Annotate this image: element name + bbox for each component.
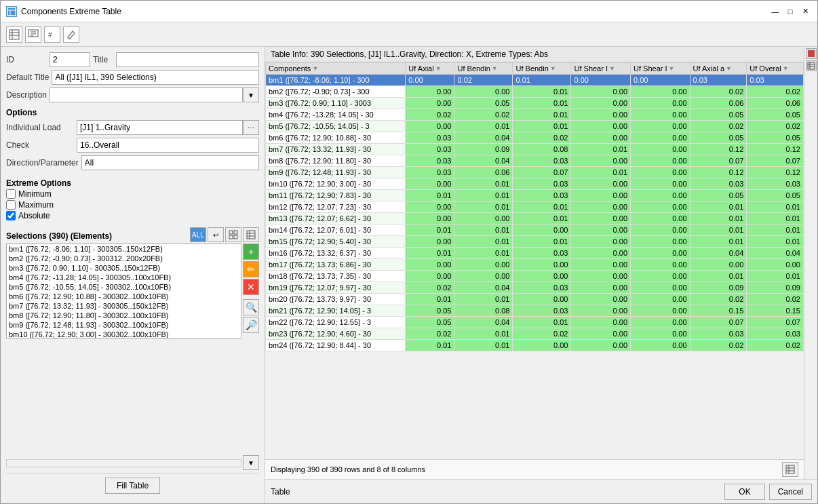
list-item[interactable]: bm2 ([76.72; -0.90; 0.73] - 300312..200x… [7, 254, 241, 263]
table-export-btn[interactable] [782, 462, 798, 477]
sel-search-btn[interactable]: 🔍 [243, 299, 259, 315]
close-button[interactable]: ✕ [798, 6, 812, 17]
filter-uf-overal-icon[interactable]: ▼ [783, 65, 789, 72]
check-input[interactable] [77, 138, 259, 153]
cell-value: 0.00 [406, 259, 454, 271]
list-item[interactable]: bm5 ([76.72; -10.55; 14.05] - 300302..10… [7, 282, 241, 292]
ok-button[interactable]: OK [724, 484, 764, 500]
extreme-options-label: Extreme Options [6, 178, 259, 188]
cancel-button[interactable]: Cancel [769, 484, 812, 500]
individual-load-input[interactable] [77, 120, 243, 135]
absolute-checkbox[interactable] [6, 211, 16, 220]
rsb-btn-2[interactable] [806, 60, 817, 71]
table-row[interactable]: bm18 ([76.72; 13.73; 7.35] - 300.000.000… [266, 271, 804, 282]
cell-value: 0.00 [631, 282, 690, 294]
sel-remove-btn[interactable]: ✕ [243, 279, 259, 295]
table-row[interactable]: bm9 ([76.72; 12.48; 11.93] - 300.030.060… [266, 167, 804, 178]
list-item[interactable]: bm6 ([76.72; 12.90; 10.88] - 300302..100… [7, 292, 241, 301]
cell-value: 0.00 [406, 86, 454, 98]
sel-scroll-down-btn[interactable]: ▼ [243, 455, 259, 470]
toolbar-btn-1[interactable] [6, 26, 22, 43]
table-row[interactable]: bm22 ([76.72; 12.90; 12.55] - 30.050.040… [266, 317, 804, 328]
table-row[interactable]: bm10 ([76.72; 12.90; 3.00] - 300.000.010… [266, 178, 804, 190]
table-row[interactable]: bm13 ([76.72; 12.07; 6.62] - 300.000.000… [266, 213, 804, 225]
table-row[interactable]: bm17 ([76.72; 13.73; 6.86] - 300.000.000… [266, 259, 804, 271]
id-input[interactable] [50, 52, 90, 67]
sel-all-btn[interactable]: ALL [190, 227, 206, 242]
table-row[interactable]: bm12 ([76.72; 12.07; 7.23] - 300.000.010… [266, 201, 804, 213]
list-item[interactable]: bm9 ([76.72; 12.48; 11.93] - 300302..100… [7, 320, 241, 330]
filter-uf-shear2-icon[interactable]: ▼ [669, 65, 675, 72]
table-row[interactable]: bm1 ([76.72; -8.06; 1.10] - 3000.000.020… [266, 75, 804, 86]
list-item[interactable]: bm8 ([76.72; 12.90; 11.80] - 300302..100… [7, 311, 241, 320]
cell-value: 0.02 [690, 121, 747, 132]
table-row[interactable]: bm24 ([76.72; 12.90; 8.44] - 300.010.010… [266, 340, 804, 351]
table-row[interactable]: bm4 ([76.72; -13.28; 14.05] - 300.020.02… [266, 109, 804, 121]
maximize-button[interactable]: □ [783, 6, 797, 17]
table-row[interactable]: bm5 ([76.72; -10.55; 14.05] - 30.000.010… [266, 121, 804, 132]
list-item[interactable]: bm4 ([76.72; -13.28; 14.05] - 300305..10… [7, 273, 241, 282]
filter-uf-shear1-icon[interactable]: ▼ [609, 65, 615, 72]
cell-value: 0.03 [690, 328, 747, 340]
minimize-button[interactable]: — [768, 6, 782, 17]
toolbar-btn-4[interactable] [63, 26, 79, 43]
sel-add-btn[interactable]: + [243, 244, 259, 260]
table-row[interactable]: bm7 ([76.72; 13.32; 11.93] - 300.030.090… [266, 144, 804, 155]
cell-value: 0.02 [747, 121, 804, 132]
table-row[interactable]: bm20 ([76.72; 13.73; 9.97] - 300.010.010… [266, 294, 804, 305]
table-row[interactable]: bm16 ([76.72; 13.32; 6.37] - 300.010.010… [266, 248, 804, 259]
cell-value: 0.04 [454, 282, 513, 294]
cell-value: 0.00 [571, 305, 631, 317]
sel-grid-btn[interactable] [225, 227, 241, 242]
cell-value: 0.00 [631, 75, 690, 86]
table-row[interactable]: bm15 ([76.72; 12.90; 5.40] - 300.000.010… [266, 236, 804, 248]
cell-value: 0.00 [747, 259, 804, 271]
sel-list-scrollbar[interactable] [6, 459, 241, 467]
list-item[interactable]: bm7 ([76.72; 13.32; 11.93] - 300305..150… [7, 301, 241, 311]
cell-value: 0.02 [690, 340, 747, 351]
filter-components-icon[interactable]: ▼ [312, 65, 318, 72]
list-item[interactable]: bm10 ([76.72; 12.90; 3.00] - 300302..100… [7, 330, 241, 338]
table-row[interactable]: bm6 ([76.72; 12.90; 10.88] - 300.030.040… [266, 132, 804, 144]
cell-value: 0.06 [690, 98, 747, 109]
filter-uf-axial-a-icon[interactable]: ▼ [726, 65, 732, 72]
default-title-input[interactable] [52, 70, 259, 85]
sel-table-btn[interactable] [243, 227, 259, 242]
rsb-btn-1[interactable] [806, 48, 817, 59]
list-item[interactable]: bm3 ([76.72; 0.90; 1.10] - 300305..150x1… [7, 263, 241, 273]
data-table-container[interactable]: Components▼ Uf Axial▼ Uf Bendin▼ [265, 62, 804, 459]
sel-edit-btn[interactable]: ✏ [243, 261, 259, 277]
toolbar-btn-2[interactable] [25, 26, 41, 43]
table-row[interactable]: bm8 ([76.72; 12.90; 11.80] - 300.030.040… [266, 155, 804, 167]
direction-select[interactable]: All [81, 155, 259, 170]
sel-list[interactable]: bm1 ([76.72; -8.06; 1.10] - 300305..150x… [6, 244, 241, 338]
filter-uf-axial-icon[interactable]: ▼ [435, 65, 442, 72]
individual-load-pick-btn[interactable]: ⋯ [243, 120, 259, 135]
cell-component: bm23 ([76.72; 12.90; 4.60] - 30 [266, 328, 406, 340]
table-row[interactable]: bm21 ([76.72; 12.90; 14.05] - 30.050.080… [266, 305, 804, 317]
table-row[interactable]: bm2 ([76.72; -0.90; 0.73] - 3000.000.000… [266, 86, 804, 98]
cell-value: 0.03 [513, 248, 571, 259]
table-row[interactable]: bm3 ([76.72; 0.90; 1.10] - 30030.000.050… [266, 98, 804, 109]
toolbar-btn-3[interactable]: # [44, 26, 60, 43]
description-dropdown-btn[interactable]: ▼ [243, 88, 259, 102]
list-item[interactable]: bm1 ([76.72; -8.06; 1.10] - 300305..150x… [7, 244, 241, 254]
table-row[interactable]: bm19 ([76.72; 12.07; 9.97] - 300.020.040… [266, 282, 804, 294]
cell-value: 0.01 [747, 213, 804, 225]
fill-table-button[interactable]: Fill Table [105, 478, 160, 494]
filter-uf-bendin2-icon[interactable]: ▼ [550, 65, 556, 72]
table-row[interactable]: bm23 ([76.72; 12.90; 4.60] - 300.020.010… [266, 328, 804, 340]
table-row[interactable]: bm14 ([76.72; 12.07; 6.01] - 300.010.010… [266, 225, 804, 236]
title-input[interactable] [116, 52, 259, 67]
sel-prev-btn[interactable]: ↩ [208, 227, 224, 242]
maximum-checkbox[interactable] [6, 200, 16, 210]
filter-uf-bendin1-icon[interactable]: ▼ [492, 65, 498, 72]
cell-value: 0.01 [747, 236, 804, 248]
cell-value: 0.01 [454, 225, 513, 236]
description-input[interactable] [50, 88, 243, 102]
table-row[interactable]: bm11 ([76.72; 12.90; 7.83] - 300.010.010… [266, 190, 804, 201]
minimum-checkbox[interactable] [6, 189, 16, 199]
cell-value: 0.05 [454, 98, 513, 109]
sel-search2-btn[interactable]: 🔎 [243, 317, 259, 333]
individual-load-label: Individual Load [6, 123, 74, 132]
